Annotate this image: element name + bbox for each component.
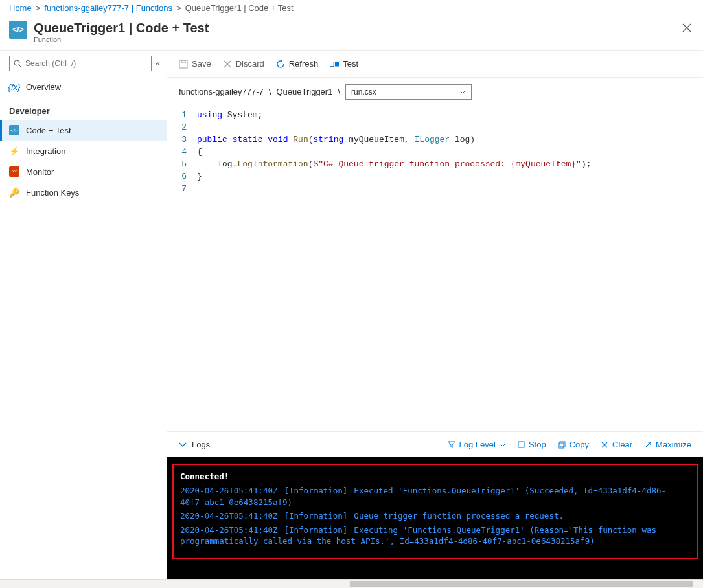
close-button[interactable] <box>680 21 694 35</box>
page-subtitle: Function <box>34 36 209 43</box>
horizontal-scrollbar[interactable] <box>0 579 703 588</box>
svg-rect-8 <box>559 443 564 448</box>
svg-rect-5 <box>335 62 339 66</box>
stop-icon <box>518 441 525 448</box>
refresh-button[interactable]: Refresh <box>276 59 319 69</box>
toolbar: Save Discard Refresh Test <box>167 51 703 78</box>
search-icon <box>14 60 21 67</box>
svg-point-0 <box>14 60 19 65</box>
log-line: 2020-04-26T05:41:40Z[Information]Queue t… <box>180 510 690 522</box>
log-line: 2020-04-26T05:41:40Z[Information]Execute… <box>180 485 690 508</box>
log-level-dropdown[interactable]: Log Level <box>448 440 506 449</box>
chevron-down-icon <box>459 90 466 94</box>
stop-button[interactable]: Stop <box>518 440 546 449</box>
content-area: Save Discard Refresh Test functions-ggai… <box>167 51 703 579</box>
scrollbar-thumb[interactable] <box>350 581 693 587</box>
path-separator: \ <box>338 87 340 96</box>
log-connected: Connected! <box>180 471 690 481</box>
refresh-icon <box>276 60 285 69</box>
monitor-icon: 〰 <box>9 166 19 177</box>
refresh-label: Refresh <box>289 59 319 69</box>
discard-label: Discard <box>236 59 264 69</box>
logs-toggle[interactable]: Logs <box>179 440 210 449</box>
sidebar-item-label: Monitor <box>26 167 54 177</box>
overview-icon: {fx} <box>9 82 19 92</box>
chevron-down-icon <box>500 443 506 447</box>
close-icon <box>682 23 691 32</box>
discard-button[interactable]: Discard <box>223 59 264 69</box>
discard-icon <box>223 60 232 69</box>
key-icon: 🔑 <box>9 187 19 198</box>
test-icon <box>330 60 339 69</box>
svg-rect-4 <box>330 62 334 66</box>
log-line: 2020-04-26T05:41:40Z[Information]Executi… <box>180 525 690 547</box>
line-gutter: 1234567 <box>167 106 193 431</box>
sidebar-item-label: Overview <box>26 82 61 92</box>
chevron-right-icon: > <box>36 3 41 13</box>
page-header: </> QueueTrigger1 | Code + Test Function <box>0 16 703 51</box>
log-highlight-box: Connected! 2020-04-26T05:41:40Z[Informat… <box>172 464 698 559</box>
sidebar-item-integration[interactable]: ⚡ Integration <box>0 141 167 161</box>
svg-rect-3 <box>181 60 185 63</box>
path-separator: \ <box>269 87 271 96</box>
clear-button[interactable]: Clear <box>601 440 632 449</box>
search-box[interactable] <box>9 56 152 71</box>
svg-rect-6 <box>518 442 524 447</box>
sidebar-item-monitor[interactable]: 〰 Monitor <box>0 161 167 182</box>
maximize-icon <box>644 441 652 449</box>
chevron-right-icon: > <box>176 3 181 13</box>
test-label: Test <box>343 59 358 69</box>
file-selector-value: run.csx <box>351 87 376 96</box>
breadcrumb-current: QueueTrigger1 | Code + Test <box>185 3 294 13</box>
sidebar-item-label: Integration <box>26 146 65 156</box>
copy-button[interactable]: Copy <box>558 440 589 449</box>
sidebar-item-keys[interactable]: 🔑 Function Keys <box>0 182 167 203</box>
save-icon <box>179 60 188 69</box>
file-path-row: functions-ggailey777-7 \ QueueTrigger1 \… <box>167 78 703 106</box>
code-icon: </> <box>9 125 19 135</box>
test-button[interactable]: Test <box>330 59 358 69</box>
breadcrumb-parent[interactable]: functions-ggailey777-7 | Functions <box>44 3 172 13</box>
collapse-sidebar-button[interactable]: « <box>156 59 160 68</box>
page-title: QueueTrigger1 | Code + Test <box>34 21 209 36</box>
path-segment: QueueTrigger1 <box>276 87 332 96</box>
sidebar-item-code-test[interactable]: </> Code + Test <box>0 120 167 141</box>
logs-toolbar: Logs Log Level Stop Copy Cle <box>167 431 703 457</box>
log-console[interactable]: Connected! 2020-04-26T05:41:40Z[Informat… <box>167 457 703 579</box>
path-segment: functions-ggailey777-7 <box>179 87 264 96</box>
logs-label: Logs <box>192 440 210 449</box>
breadcrumb-home[interactable]: Home <box>9 3 32 13</box>
clear-icon <box>601 441 608 449</box>
save-label: Save <box>192 59 211 69</box>
save-button[interactable]: Save <box>179 59 211 69</box>
lightning-icon: ⚡ <box>9 146 19 156</box>
file-selector[interactable]: run.csx <box>345 84 472 100</box>
sidebar-item-overview[interactable]: {fx} Overview <box>0 76 167 97</box>
svg-line-1 <box>19 65 21 67</box>
search-input[interactable] <box>25 59 147 68</box>
maximize-button[interactable]: Maximize <box>644 440 691 449</box>
svg-rect-2 <box>179 60 187 68</box>
sidebar: « {fx} Overview Developer </> Code + Tes… <box>0 51 167 579</box>
code-editor[interactable]: 1234567 using System; public static void… <box>167 106 703 431</box>
chevron-down-icon <box>179 442 187 447</box>
filter-icon <box>448 441 455 449</box>
sidebar-section-developer: Developer <box>0 97 167 120</box>
function-icon: </> <box>9 21 27 39</box>
sidebar-item-label: Code + Test <box>26 126 71 135</box>
svg-rect-7 <box>560 442 565 447</box>
sidebar-item-label: Function Keys <box>26 188 79 198</box>
breadcrumb: Home > functions-ggailey777-7 | Function… <box>0 0 703 16</box>
copy-icon <box>558 441 566 449</box>
code-content[interactable]: using System; public static void Run(str… <box>193 106 703 431</box>
